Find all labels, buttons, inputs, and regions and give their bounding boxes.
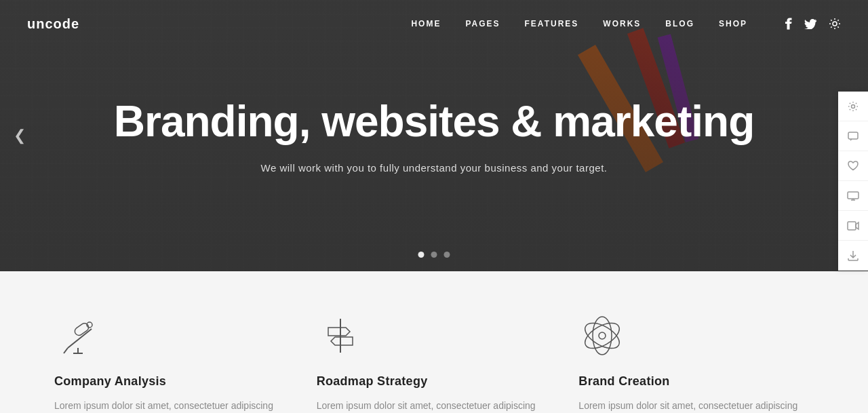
nav-item-features[interactable]: FEATURES (525, 19, 579, 28)
brand-creation-title: Brand Creation (578, 374, 669, 389)
features-section: Company Analysis Lorem ipsum dolor sit a… (0, 271, 868, 413)
hero-dot-1[interactable] (418, 252, 425, 258)
sidebar-panel (838, 92, 868, 271)
roadmap-strategy-text: Lorem ipsum dolor sit amet, consectetuer… (317, 398, 552, 413)
brand-creation-text: Lorem ipsum dolor sit amet, consectetuer… (578, 398, 814, 413)
facebook-icon[interactable] (785, 18, 792, 30)
svg-rect-4 (848, 222, 856, 230)
social-icons (785, 18, 841, 30)
hero-dot-3[interactable] (444, 252, 450, 258)
feature-brand-creation: Brand Creation Lorem ipsum dolor sit ame… (578, 312, 814, 413)
nav-item-shop[interactable]: SHOP (719, 19, 747, 28)
brand-creation-icon (578, 312, 626, 359)
twitter-icon[interactable] (804, 19, 816, 29)
nav-item-blog[interactable]: BLOG (665, 19, 694, 28)
roadmap-strategy-icon (317, 312, 364, 359)
hero-content: Branding, websites & marketing We will w… (46, 98, 822, 173)
hero-dots (418, 252, 450, 258)
panel-comment-button[interactable] (838, 121, 868, 151)
feature-roadmap-strategy: Roadmap Strategy Lorem ipsum dolor sit a… (317, 312, 579, 413)
svg-rect-3 (848, 192, 859, 199)
nav-item-works[interactable]: WORKS (603, 19, 641, 28)
hero-subtitle: We will work with you to fully understan… (114, 162, 754, 174)
svg-point-12 (599, 332, 606, 339)
company-analysis-text: Lorem ipsum dolor sit amet, consectetuer… (54, 398, 290, 413)
feature-company-analysis: Company Analysis Lorem ipsum dolor sit a… (54, 312, 317, 413)
company-analysis-icon (54, 312, 102, 359)
main-nav: HOME PAGES FEATURES WORKS BLOG SHOP (411, 18, 841, 30)
hero-title: Branding, websites & marketing (114, 98, 754, 145)
company-analysis-title: Company Analysis (54, 374, 166, 389)
panel-heart-button[interactable] (838, 151, 868, 181)
hero-dot-2[interactable] (431, 252, 437, 258)
svg-rect-6 (73, 321, 90, 336)
roadmap-strategy-title: Roadmap Strategy (317, 374, 428, 389)
panel-gear-button[interactable] (838, 92, 868, 121)
hero-section: uncode HOME PAGES FEATURES WORKS BLOG SH… (0, 0, 868, 271)
hero-prev-button[interactable]: ❮ (14, 127, 26, 144)
site-header: uncode HOME PAGES FEATURES WORKS BLOG SH… (0, 0, 868, 47)
svg-point-0 (833, 22, 837, 26)
svg-rect-2 (848, 132, 858, 139)
svg-line-9 (64, 348, 68, 353)
svg-point-15 (581, 317, 623, 353)
nav-item-home[interactable]: HOME (411, 19, 441, 28)
svg-point-13 (593, 317, 612, 355)
panel-monitor-button[interactable] (838, 181, 868, 211)
settings-icon[interactable] (829, 18, 841, 30)
site-logo[interactable]: uncode (27, 16, 79, 32)
panel-video-button[interactable] (838, 211, 868, 241)
nav-item-pages[interactable]: PAGES (465, 19, 500, 28)
svg-line-5 (68, 329, 92, 348)
svg-point-1 (852, 104, 855, 108)
panel-download-button[interactable] (838, 241, 868, 271)
